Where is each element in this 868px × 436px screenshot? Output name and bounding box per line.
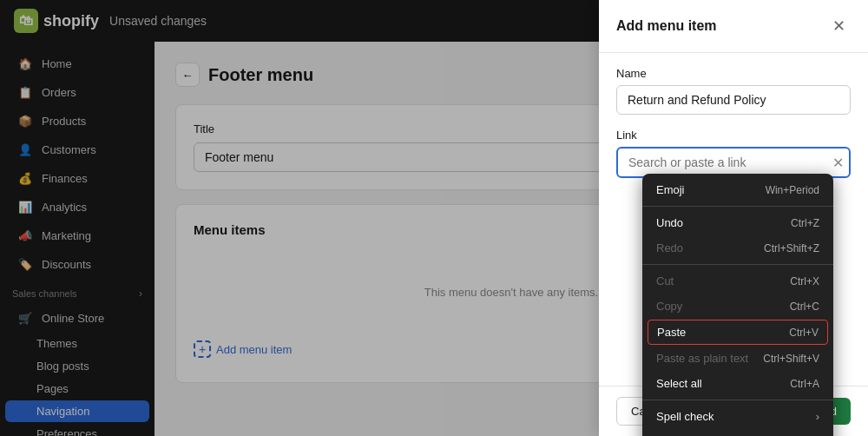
ctx-redo-label: Redo — [656, 241, 683, 254]
link-clear-button[interactable]: ✕ — [832, 155, 844, 171]
ctx-paste-plain: Paste as plain text Ctrl+Shift+V — [642, 346, 833, 371]
ctx-divider-3 — [642, 400, 833, 400]
ctx-spell-check-arrow: › — [816, 410, 819, 423]
ctx-paste-label: Paste — [657, 326, 686, 339]
ctx-redo-shortcut: Ctrl+Shift+Z — [764, 242, 819, 254]
dialog-close-button[interactable]: ✕ — [826, 14, 851, 38]
name-field-input[interactable] — [616, 85, 851, 115]
ctx-paste[interactable]: Paste Ctrl+V — [648, 320, 828, 345]
name-field-label: Name — [616, 67, 851, 80]
ctx-undo-shortcut: Ctrl+Z — [791, 217, 819, 229]
ctx-spell-check-label: Spell check — [656, 410, 713, 423]
ctx-paste-plain-shortcut: Ctrl+Shift+V — [763, 353, 819, 365]
ctx-spell-check[interactable]: Spell check › — [642, 404, 833, 429]
ctx-cut: Cut Ctrl+X — [642, 268, 833, 294]
ctx-cut-label: Cut — [656, 274, 674, 287]
ctx-copy-shortcut: Ctrl+C — [790, 301, 819, 313]
ctx-select-all-label: Select all — [656, 377, 702, 390]
ctx-select-all[interactable]: Select all Ctrl+A — [642, 371, 833, 396]
ctx-emoji[interactable]: Emoji Win+Period — [642, 177, 833, 202]
context-menu: Emoji Win+Period Undo Ctrl+Z Redo Ctrl+S… — [642, 174, 833, 436]
ctx-copy-label: Copy — [656, 300, 682, 313]
ctx-undo-label: Undo — [656, 216, 683, 229]
ctx-writing-direction[interactable]: Writing Direction › — [642, 429, 833, 436]
ctx-emoji-shortcut: Win+Period — [766, 184, 819, 196]
ctx-cut-shortcut: Ctrl+X — [790, 275, 819, 287]
ctx-paste-plain-label: Paste as plain text — [656, 352, 748, 365]
ctx-select-all-shortcut: Ctrl+A — [790, 378, 819, 390]
dialog-title: Add menu item — [616, 18, 717, 34]
ctx-divider-2 — [642, 264, 833, 265]
ctx-copy: Copy Ctrl+C — [642, 294, 833, 319]
link-field-label: Link — [616, 129, 851, 142]
ctx-divider-1 — [642, 206, 833, 207]
ctx-undo[interactable]: Undo Ctrl+Z — [642, 210, 833, 235]
ctx-paste-shortcut: Ctrl+V — [789, 327, 819, 339]
ctx-redo: Redo Ctrl+Shift+Z — [642, 235, 833, 261]
ctx-emoji-label: Emoji — [656, 183, 685, 196]
dialog-header: Add menu item ✕ — [599, 0, 868, 53]
